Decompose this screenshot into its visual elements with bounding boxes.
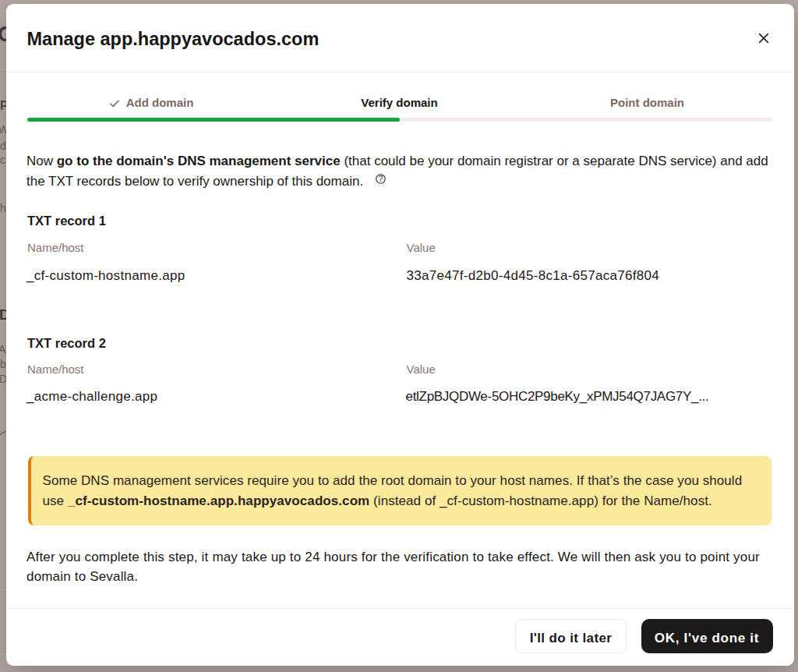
svg-text:?: ? — [379, 175, 383, 183]
